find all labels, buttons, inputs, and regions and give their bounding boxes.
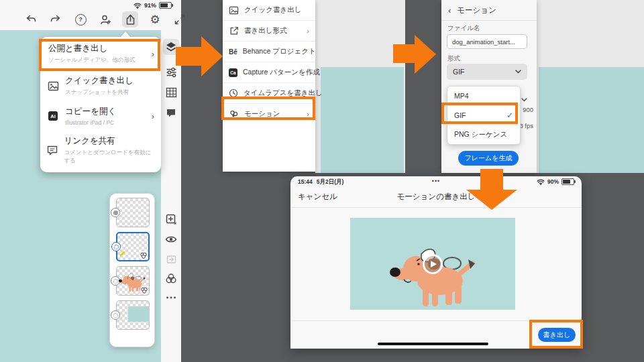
chevron-right-icon: › <box>152 111 154 121</box>
gear-icon: ⚙ <box>150 14 160 25</box>
menu-item-label: 公開と書き出し <box>48 43 153 54</box>
chevron-right-icon: › <box>152 48 154 58</box>
add-layer-tool[interactable] <box>163 211 179 227</box>
format-label: 形式 <box>447 54 460 63</box>
color-wheel-icon <box>165 273 177 284</box>
settings-button[interactable]: ⚙ <box>147 11 163 27</box>
artboard <box>539 67 644 173</box>
step-arrow-1 <box>176 35 223 78</box>
wifi-icon <box>133 3 142 9</box>
menu-item-capture-pattern[interactable]: Ca Capture パターンを作成 <box>223 62 315 83</box>
battery-percent: 90% <box>547 178 559 185</box>
more-tool[interactable] <box>163 290 179 306</box>
share-button[interactable] <box>122 11 138 27</box>
undo-button[interactable] <box>23 11 39 27</box>
canvas-area-mid <box>315 0 405 173</box>
layer-thumbnail-3-dog[interactable] <box>116 266 150 296</box>
layer-thumbnail-1[interactable] <box>116 198 150 227</box>
checkmark-icon: ✓ <box>506 111 513 120</box>
divider <box>441 20 537 21</box>
menu-item-label: リンクを共有 <box>64 135 154 147</box>
play-button[interactable] <box>423 254 443 274</box>
tutorial-composite: 91% ? ⚙ <box>0 0 644 362</box>
hidden-select-chevron <box>521 98 527 102</box>
layer-thumbnail-2-selected[interactable] <box>116 232 150 261</box>
cancel-button[interactable]: キャンセル <box>298 192 337 202</box>
menu-item-open-copy[interactable]: Ai コピーを開く Illustrator iPad / PC › <box>40 101 161 131</box>
chevron-right-icon: › <box>307 27 309 35</box>
pencil-mark <box>119 251 125 256</box>
motion-badge-icon <box>140 286 148 294</box>
layer-badge[interactable] <box>111 310 120 320</box>
layers-panel <box>109 193 155 347</box>
add-person-icon <box>99 14 111 25</box>
status-indicators: 91% <box>133 2 172 9</box>
wifi-icon <box>537 179 545 185</box>
comment-tool[interactable] <box>163 105 179 121</box>
artboard <box>321 67 404 173</box>
fps-partial-value: 3 fps <box>519 122 533 129</box>
menu-item-quick-export[interactable]: クイック書き出し スナップショットを共有 <box>40 70 161 101</box>
step-arrow-2 <box>393 34 436 75</box>
divider <box>290 207 582 208</box>
menu-item-sublabel: Illustrator iPad / PC <box>65 119 116 126</box>
export-icon <box>229 26 239 36</box>
format-select[interactable]: GIF <box>447 64 527 80</box>
teal-shape <box>128 306 150 322</box>
publish-export-menu: クイック書き出し 書き出し形式 › Bē Behance プロジェクト Ca C… <box>223 0 315 172</box>
chevron-down-icon <box>515 70 521 74</box>
menu-item-publish-export[interactable]: 公開と書き出し ソーシャルメディアや、他の形式 › <box>40 37 161 70</box>
menu-item-export-format[interactable]: 書き出し形式 › <box>223 21 315 42</box>
invite-button[interactable] <box>97 11 113 27</box>
color-tool[interactable] <box>163 270 179 286</box>
option-mp4[interactable]: MP4 <box>447 86 520 106</box>
menu-item-behance[interactable]: Bē Behance プロジェクト <box>223 42 315 62</box>
animation-preview[interactable] <box>350 218 515 310</box>
visibility-tool[interactable] <box>163 231 179 247</box>
format-dropdown: MP4 GIF✓ PNG シーケンス <box>447 86 521 145</box>
menu-item-share-link[interactable]: リンクを共有 コメントとダウンロードを有効にする <box>40 131 161 170</box>
motion-export-panel: ‹ モーション ファイル名 dog_animation_start... 形式 … <box>441 0 537 173</box>
app-screen-left: 91% ? ⚙ <box>0 0 181 362</box>
share-icon <box>125 14 136 25</box>
help-icon: ? <box>75 14 87 25</box>
help-button[interactable]: ? <box>72 11 89 27</box>
back-chevron-icon[interactable]: ‹ <box>448 5 451 15</box>
expand-icon <box>174 14 185 25</box>
menu-item-timelapse[interactable]: タイムラプスを書き出し <box>223 83 315 104</box>
clock-icon <box>229 88 238 98</box>
modal-status-bar: 15:44 5月2日(月) ••• 90% <box>290 178 582 186</box>
illustrator-icon: Ai <box>48 111 58 121</box>
battery-percent: 91% <box>144 2 156 9</box>
menu-item-sublabel: ソーシャルメディアや、他の形式 <box>48 56 153 64</box>
battery-icon <box>159 2 172 9</box>
layer-thumbnail-4-background[interactable] <box>116 300 150 330</box>
share-menu: 公開と書き出し ソーシャルメディアや、他の形式 › クイック書き出し スナップシ… <box>40 37 161 172</box>
chevron-right-icon: › <box>307 110 309 118</box>
option-png-sequence[interactable]: PNG シーケンス <box>447 125 520 144</box>
dog-animation-art <box>388 241 482 308</box>
menu-item-sublabel: スナップショットを共有 <box>65 88 133 97</box>
filename-input[interactable]: dog_animation_start... <box>447 34 527 49</box>
adjustment-icon <box>166 254 177 265</box>
home-indicator[interactable] <box>378 343 488 345</box>
motion-icon <box>229 109 239 119</box>
generate-frames-button[interactable]: フレームを生成 <box>458 151 519 166</box>
ellipsis-icon <box>165 296 177 300</box>
grid-tool[interactable] <box>163 84 179 101</box>
menu-item-motion[interactable]: モーション › <box>223 104 315 124</box>
divider <box>290 320 582 321</box>
panel-title: モーション <box>457 5 496 15</box>
export-button[interactable]: 書き出し <box>538 328 576 342</box>
menu-item-quick-export[interactable]: クイック書き出し <box>223 0 315 21</box>
menu-item-sublabel: コメントとダウンロードを有効にする <box>64 149 154 165</box>
right-sidebar <box>161 30 181 362</box>
redo-button[interactable] <box>48 11 64 27</box>
fullscreen-button[interactable] <box>172 11 188 27</box>
image-icon <box>229 6 239 15</box>
layer-badge[interactable] <box>111 208 120 217</box>
layer-badge[interactable] <box>111 242 121 251</box>
grid-icon <box>166 87 177 98</box>
image-icon <box>47 81 59 91</box>
option-gif-selected[interactable]: GIF✓ <box>447 106 520 125</box>
